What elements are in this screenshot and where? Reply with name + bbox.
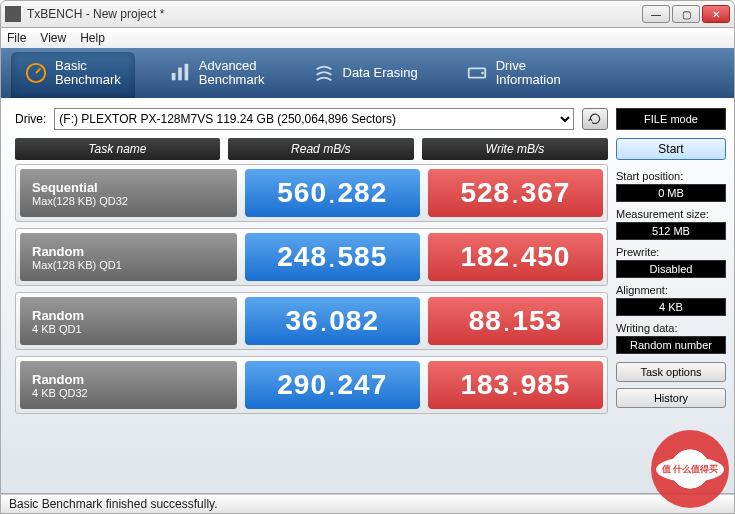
write-value: 88.153: [428, 297, 603, 345]
svg-rect-3: [184, 64, 188, 81]
read-value: 290.247: [245, 361, 420, 409]
benchmark-row: Random4 KB QD32290.247183.985: [15, 356, 608, 414]
minimize-button[interactable]: —: [642, 5, 670, 23]
maximize-button[interactable]: ▢: [672, 5, 700, 23]
task-name: Sequential: [32, 180, 225, 195]
writing-data-value: Random number: [616, 336, 726, 354]
start-position-value: 0 MB: [616, 184, 726, 202]
start-position-label: Start position:: [616, 170, 726, 182]
status-bar: Basic Benchmark finished successfully.: [0, 494, 735, 514]
task-options-button[interactable]: Task options: [616, 362, 726, 382]
window-title: TxBENCH - New project *: [27, 7, 642, 21]
start-button[interactable]: Start: [616, 138, 726, 160]
toolbar: Basic Benchmark Advanced Benchmark Data …: [0, 48, 735, 98]
writing-data-label: Writing data:: [616, 322, 726, 334]
measurement-size-label: Measurement size:: [616, 208, 726, 220]
task-name: Random: [32, 308, 225, 323]
tab-label: Drive Information: [496, 59, 561, 88]
drive-label: Drive:: [15, 112, 46, 126]
task-cell[interactable]: RandomMax(128 KB) QD1: [20, 233, 237, 281]
read-value: 248.585: [245, 233, 420, 281]
prewrite-label: Prewrite:: [616, 246, 726, 258]
drive-select[interactable]: (F:) PLEXTOR PX-128M7VS 119.24 GB (250,0…: [54, 108, 574, 130]
history-button[interactable]: History: [616, 388, 726, 408]
erase-icon: [313, 62, 335, 84]
app-icon: [5, 6, 21, 22]
menubar: File View Help: [0, 28, 735, 48]
refresh-icon: [588, 112, 602, 126]
benchmark-row: Random4 KB QD136.08288.153: [15, 292, 608, 350]
tab-label: Advanced Benchmark: [199, 59, 265, 88]
svg-rect-1: [172, 73, 176, 80]
header-read: Read mB/s: [228, 138, 414, 160]
task-cell[interactable]: Random4 KB QD32: [20, 361, 237, 409]
menu-view[interactable]: View: [40, 31, 66, 45]
task-name: Random: [32, 244, 225, 259]
alignment-value: 4 KB: [616, 298, 726, 316]
watermark: 值 什么值得买: [651, 430, 729, 508]
tab-advanced-benchmark[interactable]: Advanced Benchmark: [155, 52, 279, 98]
file-mode-indicator: FILE mode: [616, 108, 726, 130]
tab-label: Basic Benchmark: [55, 59, 121, 88]
gauge-icon: [25, 62, 47, 84]
task-name: Random: [32, 372, 225, 387]
task-detail: 4 KB QD32: [32, 387, 225, 399]
read-value: 36.082: [245, 297, 420, 345]
close-button[interactable]: ✕: [702, 5, 730, 23]
drive-icon: [466, 62, 488, 84]
task-detail: Max(128 KB) QD32: [32, 195, 225, 207]
read-value: 560.282: [245, 169, 420, 217]
task-cell[interactable]: Random4 KB QD1: [20, 297, 237, 345]
svg-rect-2: [178, 68, 182, 81]
task-detail: Max(128 KB) QD1: [32, 259, 225, 271]
task-detail: 4 KB QD1: [32, 323, 225, 335]
tab-drive-information[interactable]: Drive Information: [452, 52, 575, 98]
tab-data-erasing[interactable]: Data Erasing: [299, 52, 432, 98]
write-value: 183.985: [428, 361, 603, 409]
refresh-button[interactable]: [582, 108, 608, 130]
measurement-size-value: 512 MB: [616, 222, 726, 240]
prewrite-value: Disabled: [616, 260, 726, 278]
write-value: 182.450: [428, 233, 603, 281]
svg-point-5: [481, 72, 484, 75]
task-cell[interactable]: SequentialMax(128 KB) QD32: [20, 169, 237, 217]
menu-help[interactable]: Help: [80, 31, 105, 45]
header-write: Write mB/s: [422, 138, 608, 160]
write-value: 528.367: [428, 169, 603, 217]
alignment-label: Alignment:: [616, 284, 726, 296]
header-task: Task name: [15, 138, 220, 160]
tab-label: Data Erasing: [343, 66, 418, 80]
bars-icon: [169, 62, 191, 84]
menu-file[interactable]: File: [7, 31, 26, 45]
benchmark-row: RandomMax(128 KB) QD1248.585182.450: [15, 228, 608, 286]
titlebar: TxBENCH - New project * — ▢ ✕: [0, 0, 735, 28]
benchmark-row: SequentialMax(128 KB) QD32560.282528.367: [15, 164, 608, 222]
tab-basic-benchmark[interactable]: Basic Benchmark: [11, 52, 135, 98]
